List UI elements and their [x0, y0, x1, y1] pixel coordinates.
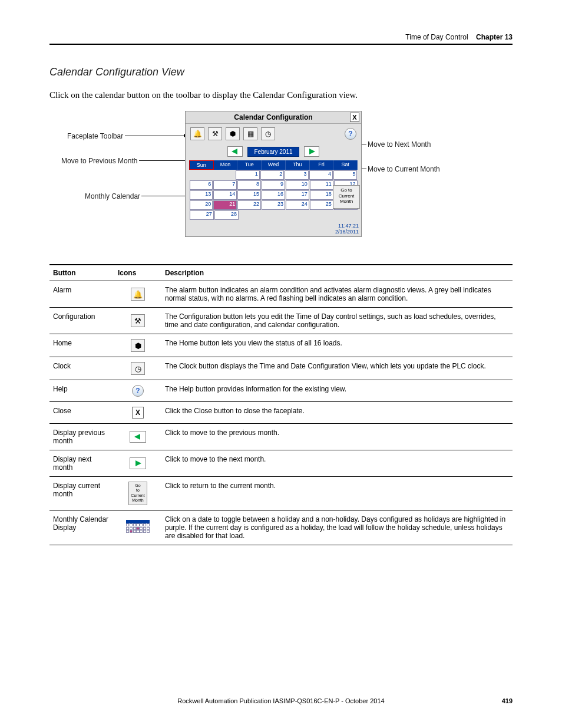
timestamp: 11:47:21 2/16/2011: [335, 223, 359, 235]
button-name: Clock: [49, 357, 114, 380]
svg-marker-3: [135, 460, 141, 466]
header-section: Time of Day Control: [405, 33, 468, 41]
calendar-day-cell[interactable]: 1: [236, 170, 259, 180]
config-button[interactable]: ⚒: [208, 127, 222, 140]
calendar-day-cell[interactable]: 6: [190, 180, 213, 190]
wrench-icon: ⚒: [212, 130, 219, 138]
calendar-day-cell[interactable]: 28: [214, 210, 239, 220]
calendar-day-cell[interactable]: 3: [285, 170, 308, 180]
icon-cell: [114, 450, 161, 477]
description-cell: The Home button lets you view the status…: [161, 334, 513, 357]
goto-current-month-button[interactable]: Go to Current Month: [333, 185, 360, 209]
button-name: Home: [49, 334, 114, 357]
close-icon: X: [132, 407, 144, 419]
calendar-day-cell: [263, 210, 286, 220]
th-button: Button: [49, 265, 114, 281]
calendar-day-cell[interactable]: 24: [286, 200, 309, 210]
month-label: February 2011: [247, 147, 299, 157]
description-cell: The Configuration button lets you edit t…: [161, 308, 513, 334]
page-header: Time of Day Control Chapter 13: [49, 33, 513, 45]
calendar-day-cell[interactable]: 20: [190, 200, 213, 210]
alarm-button[interactable]: 🔔: [190, 127, 204, 140]
chevron-right-icon: [130, 457, 146, 469]
month-nav: February 2011: [186, 144, 361, 159]
button-reference-table: Button Icons Description Alarm🔔The alarm…: [49, 264, 513, 545]
th-desc: Description: [161, 265, 513, 281]
calendar-day-cell[interactable]: 11: [310, 180, 333, 190]
calendar-day-cell: [310, 210, 333, 220]
description-cell: The alarm button indicates an alarm cond…: [161, 281, 513, 308]
calendar-day-cell: [334, 210, 357, 220]
callout-next: Move to Next Month: [368, 140, 431, 149]
section-title: Calendar Configuration View: [49, 66, 513, 78]
calendar-day-cell[interactable]: 7: [213, 180, 237, 190]
date-value: 2/16/2011: [335, 229, 359, 235]
calendar-button[interactable]: ▦: [243, 127, 257, 140]
calendar-day-cell[interactable]: 2: [260, 170, 284, 180]
calendar-day-cell[interactable]: 13: [190, 190, 213, 200]
button-name: Help: [49, 380, 114, 402]
table-row: Display previous monthClick to move to t…: [49, 424, 513, 450]
callout-toolbar: Faceplate Toolbar: [67, 132, 123, 140]
intro-text: Click on the calendar button on the tool…: [49, 90, 513, 100]
calendar-day-cell: [190, 170, 212, 180]
calendar-day-cell[interactable]: 10: [286, 180, 309, 190]
button-name: Configuration: [49, 308, 114, 334]
day-header: Mon: [214, 160, 238, 170]
calendar-day-cell[interactable]: 22: [237, 200, 261, 210]
th-icons: Icons: [114, 265, 161, 281]
home-button[interactable]: ⬢: [226, 127, 240, 140]
close-button[interactable]: X: [350, 113, 359, 122]
calendar-day-cell[interactable]: 23: [262, 200, 285, 210]
faceplate-title-bar: Calendar Configuration X: [186, 111, 361, 124]
icon-cell: 🔔: [114, 281, 161, 308]
table-row: Clock◷The Clock button displays the Time…: [49, 357, 513, 380]
callout-prev: Move to Previous Month: [61, 157, 137, 165]
table-row: Alarm🔔The alarm button indicates an alar…: [49, 281, 513, 308]
calendar-day-cell[interactable]: 14: [213, 190, 237, 200]
calendar-day-cell[interactable]: 25: [310, 200, 333, 210]
svg-marker-2: [134, 434, 140, 440]
day-header: Sun: [189, 160, 214, 170]
calendar-day-cell[interactable]: 17: [286, 190, 309, 200]
clock-icon: ◷: [131, 362, 145, 375]
icon-cell: GotoCurrentMonth: [114, 477, 161, 510]
svg-marker-1: [309, 149, 315, 154]
button-name: Display previous month: [49, 424, 114, 450]
button-name: Alarm: [49, 281, 114, 308]
table-row: CloseXClick the Close button to close th…: [49, 402, 513, 424]
table-row: Help?The Help button provides informatio…: [49, 380, 513, 402]
calendar-day-cell: [239, 210, 262, 220]
table-row: Configuration⚒The Configuration button l…: [49, 308, 513, 334]
description-cell: The Help button provides information for…: [161, 380, 513, 402]
goto-month-icon: GotoCurrentMonth: [128, 482, 147, 505]
next-month-button[interactable]: [304, 146, 319, 157]
description-cell: Click to move to the next month.: [161, 450, 513, 477]
calendar-day-cell[interactable]: 18: [310, 190, 333, 200]
icon-cell: [114, 424, 161, 450]
calendar-day-cell[interactable]: 5: [333, 170, 357, 180]
chevron-left-icon: [232, 149, 239, 154]
close-icon: X: [352, 114, 356, 121]
table-row: Home⬢The Home button lets you view the s…: [49, 334, 513, 357]
chevron-right-icon: [308, 149, 315, 154]
calendar-diagram: Faceplate Toolbar Move to Previous Month…: [49, 111, 513, 252]
prev-month-button[interactable]: [227, 146, 243, 157]
button-name: Close: [49, 402, 114, 424]
description-cell: The Clock button displays the Time and D…: [161, 357, 513, 380]
description-cell: Click to move to the previous month.: [161, 424, 513, 450]
calendar-day-cell[interactable]: 9: [262, 180, 285, 190]
calendar-day-cell: [213, 170, 235, 180]
faceplate-body: February 2011 Go to Current Month SunMon…: [186, 144, 361, 236]
day-header: Wed: [262, 160, 286, 170]
calendar-day-cell[interactable]: 16: [262, 190, 285, 200]
calendar-day-cell[interactable]: 15: [237, 190, 261, 200]
calendar-day-cell[interactable]: 21: [213, 200, 237, 210]
clock-button[interactable]: ◷: [261, 127, 275, 140]
calendar-day-cell[interactable]: 4: [309, 170, 333, 180]
faceplate-window: Calendar Configuration X 🔔 ⚒ ⬢ ▦ ◷ ? Feb…: [185, 111, 362, 237]
calendar-day-cell[interactable]: 27: [190, 210, 214, 220]
help-button[interactable]: ?: [345, 128, 356, 140]
icon-cell: X: [114, 402, 161, 424]
calendar-day-cell[interactable]: 8: [237, 180, 261, 190]
